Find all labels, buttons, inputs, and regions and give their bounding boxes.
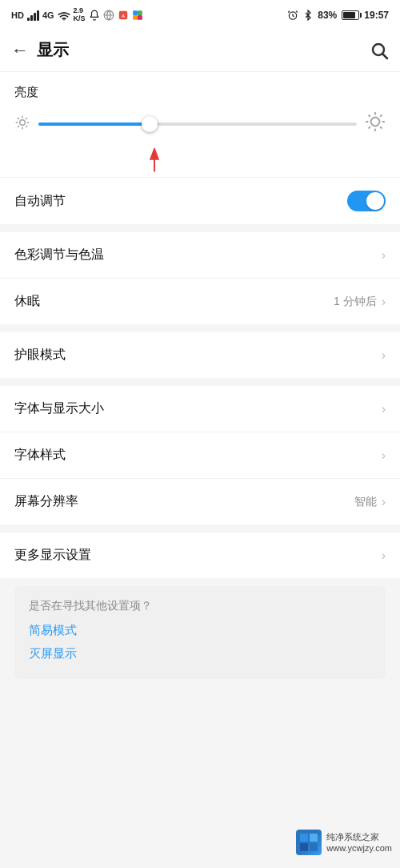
page-title: 显示: [37, 39, 370, 61]
back-button[interactable]: ←: [11, 42, 29, 59]
app-icon-1: A: [118, 10, 129, 21]
battery-icon: [342, 10, 359, 20]
sun-small-icon: [14, 115, 30, 135]
auto-adjust-label: 自动调节: [14, 193, 66, 210]
suggestion-title: 是否在寻找其他设置项？: [29, 599, 371, 613]
eye-mode-chevron: ›: [382, 348, 386, 363]
font-size-right: ›: [382, 402, 386, 416]
signal-icon: [27, 10, 39, 21]
eye-protection-card: 护眼模式 ›: [0, 332, 400, 378]
more-settings-right: ›: [382, 549, 386, 563]
font-size-item[interactable]: 字体与显示大小 ›: [0, 386, 400, 432]
auto-adjust-row[interactable]: 自动调节: [0, 177, 400, 224]
font-style-right: ›: [382, 448, 386, 463]
font-size-label: 字体与显示大小: [14, 400, 104, 417]
more-settings-label: 更多显示设置: [14, 547, 91, 564]
svg-line-28: [380, 115, 382, 117]
carrier-label: HD: [11, 10, 24, 20]
font-resolution-card: 字体与显示大小 › 字体样式 › 屏幕分辨率 智能 ›: [0, 386, 400, 524]
sleep-right: 1 分钟后 ›: [334, 295, 386, 309]
network-type: 4G: [42, 10, 54, 20]
status-right: 83% 19:57: [287, 10, 389, 21]
watermark-logo: [296, 830, 322, 855]
font-style-item[interactable]: 字体样式 ›: [0, 432, 400, 479]
resolution-chevron: ›: [382, 495, 386, 509]
status-left: HD 4G 2.9K/S A: [11, 7, 143, 23]
header: ← 显示: [0, 29, 400, 72]
sleep-label: 休眠: [14, 293, 40, 310]
color-adjust-item[interactable]: 色彩调节与色温 ›: [0, 232, 400, 279]
color-adjust-chevron: ›: [382, 248, 386, 263]
watermark-site-name: 纯净系统之家: [326, 831, 392, 842]
brightness-slider-row: [14, 111, 386, 148]
svg-line-26: [380, 127, 382, 128]
suggestion-box: 是否在寻找其他设置项？ 简易模式 灭屏显示: [14, 586, 386, 679]
color-adjust-label: 色彩调节与色温: [14, 247, 104, 263]
sleep-value: 1 分钟后: [334, 295, 377, 309]
svg-point-11: [20, 119, 26, 125]
svg-line-17: [26, 126, 27, 127]
more-settings-chevron: ›: [382, 549, 386, 563]
color-adjust-right: ›: [382, 248, 386, 263]
font-size-chevron: ›: [382, 402, 386, 416]
auto-adjust-toggle[interactable]: [347, 191, 386, 211]
battery-percent: 83%: [318, 10, 337, 21]
upload-speed: 2.9K/S: [74, 7, 86, 23]
main-content: 亮度: [0, 72, 400, 679]
brightness-card: 亮度: [0, 72, 400, 224]
time-label: 19:57: [364, 10, 389, 21]
svg-line-19: [26, 118, 27, 119]
font-style-label: 字体样式: [14, 447, 66, 464]
svg-rect-4: [133, 10, 138, 15]
notification-icon: [89, 10, 100, 21]
easy-mode-link[interactable]: 简易模式: [29, 623, 371, 638]
eye-mode-right: ›: [382, 348, 386, 363]
svg-rect-5: [138, 10, 142, 15]
svg-line-16: [18, 118, 19, 119]
svg-line-25: [369, 115, 370, 117]
svg-rect-7: [138, 15, 142, 20]
red-arrow-icon: [138, 148, 170, 177]
svg-line-27: [369, 127, 370, 128]
svg-line-18: [18, 126, 19, 127]
svg-rect-6: [133, 15, 138, 20]
search-button[interactable]: [370, 41, 389, 60]
svg-point-20: [371, 118, 380, 127]
watermark-text: 纯净系统之家 www.ycwjzy.com: [326, 831, 392, 854]
brightness-slider[interactable]: [38, 116, 357, 132]
resolution-label: 屏幕分辨率: [14, 493, 78, 510]
alarm-icon: [287, 10, 298, 21]
svg-line-10: [383, 54, 388, 58]
status-bar: HD 4G 2.9K/S A: [0, 0, 400, 29]
brightness-label: 亮度: [14, 85, 386, 100]
eye-mode-label: 护眼模式: [14, 347, 66, 364]
watermark: 纯净系统之家 www.ycwjzy.com: [296, 830, 392, 855]
watermark-url: www.ycwjzy.com: [326, 842, 392, 854]
more-settings-item[interactable]: 更多显示设置 ›: [0, 532, 400, 578]
globe-icon: [103, 10, 114, 21]
more-settings-card: 更多显示设置 ›: [0, 532, 400, 578]
eye-mode-item[interactable]: 护眼模式 ›: [0, 332, 400, 378]
screen-off-link[interactable]: 灭屏显示: [29, 646, 371, 661]
svg-point-0: [63, 19, 65, 21]
font-style-chevron: ›: [382, 448, 386, 463]
app-icon-2: [132, 10, 143, 21]
resolution-item[interactable]: 屏幕分辨率 智能 ›: [0, 479, 400, 524]
sleep-item[interactable]: 休眠 1 分钟后 ›: [0, 279, 400, 324]
sun-large-icon: [365, 111, 386, 137]
resolution-right: 智能 ›: [354, 495, 386, 509]
sleep-chevron: ›: [382, 295, 386, 309]
resolution-value: 智能: [354, 495, 377, 509]
wifi-icon: [58, 10, 70, 21]
arrow-hint: [14, 148, 386, 177]
bluetooth-icon: [303, 10, 313, 21]
color-sleep-card: 色彩调节与色温 › 休眠 1 分钟后 ›: [0, 232, 400, 324]
